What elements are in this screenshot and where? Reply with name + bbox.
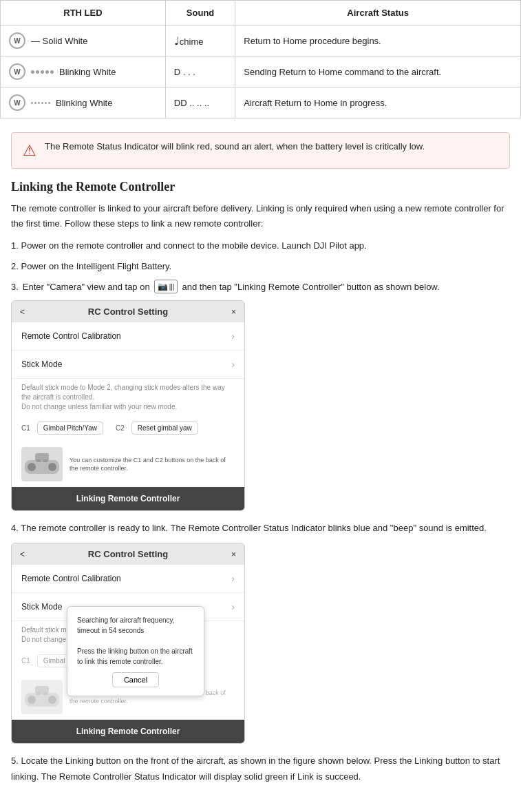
c1-label-1: C1 xyxy=(21,424,30,432)
svg-point-8 xyxy=(48,696,56,704)
led-label-blink2: Blinking White xyxy=(56,98,112,108)
status-cell-0: Return to Home procedure begins. xyxy=(235,25,521,56)
modal-cancel-button[interactable]: Cancel xyxy=(112,672,159,687)
phone-title-2: RC Control Setting xyxy=(25,549,231,559)
warning-icon: ⚠ xyxy=(23,142,36,160)
step-1: 1. Power on the remote controller and co… xyxy=(11,238,510,253)
blink-dots-1 xyxy=(31,70,54,74)
table-row: W Blinking White DD .. .. .. Aircraft Re… xyxy=(1,87,521,118)
table-header-sound: Sound xyxy=(165,1,235,25)
svg-rect-10 xyxy=(36,692,41,695)
warning-text: The Remote Status Indicator will blink r… xyxy=(45,141,425,152)
phone-screenshot-1: < RC Control Setting × Remote Control Ca… xyxy=(11,300,245,511)
phone-header-1: < RC Control Setting × xyxy=(12,301,244,322)
step-3-suffix: and then tap "Linking Remote Controller"… xyxy=(182,282,439,292)
phone-close-btn-1[interactable]: × xyxy=(231,307,236,317)
sound-cell-0: ♩chime xyxy=(165,25,235,56)
calibration-label: Remote Control Calibration xyxy=(21,331,121,341)
phone-screenshot-2: < RC Control Setting × Remote Control Ca… xyxy=(11,543,245,744)
phone-row-calibration-2[interactable]: Remote Control Calibration › xyxy=(12,565,244,593)
step-3: 3. Enter "Camera" view and tap on 📷 ||| … xyxy=(11,280,510,293)
svg-rect-4 xyxy=(36,459,41,462)
stick-mode-chevron-2: › xyxy=(231,601,235,612)
intro-text: The remote controller is linked to your … xyxy=(11,201,510,231)
phone-header-2: < RC Control Setting × xyxy=(12,543,244,565)
c1-label-2: C1 xyxy=(21,657,30,665)
stick-mode-chevron: › xyxy=(231,359,235,370)
c-buttons-row-1: C1 Gimbal Pitch/Yaw C2 Reset gimbal yaw xyxy=(12,417,244,441)
sound-cell-1: D . . . xyxy=(165,56,235,87)
step-5-number: 5. xyxy=(11,756,19,766)
calibration-label-2: Remote Control Calibration xyxy=(21,574,121,583)
led-label-solid: — Solid White xyxy=(31,36,87,46)
sound-cell-2: DD .. .. .. xyxy=(165,87,235,118)
blink-dots-2 xyxy=(31,102,50,104)
rc-image-2 xyxy=(21,680,63,714)
step-1-text: Power on the remote controller and conne… xyxy=(21,240,366,251)
calibration-chevron-2: › xyxy=(231,573,235,584)
phone-back-btn-2[interactable]: < xyxy=(20,550,25,559)
modal-line-2: timeout in 54 seconds xyxy=(77,627,144,634)
phone-close-btn-2[interactable]: × xyxy=(231,550,236,559)
led-cell-solid: W — Solid White xyxy=(1,25,166,56)
stick-mode-label-2: Stick Mode xyxy=(21,602,62,612)
calibration-chevron: › xyxy=(231,331,235,342)
phone-title-1: RC Control Setting xyxy=(25,306,231,317)
step-4: 4. The remote controller is ready to lin… xyxy=(11,521,510,536)
rc-svg-1 xyxy=(21,450,63,479)
phone-row-stick-mode[interactable]: Stick Mode › xyxy=(12,351,244,379)
page-footer: ©2015 DJI. All Rights Reserved. 48 xyxy=(0,808,521,812)
led-icon-solid: W xyxy=(9,32,25,49)
step-2: 2. Power on the Intelligent Flight Batte… xyxy=(11,259,510,274)
rc-image-area-1: You can customize the C1 and C2 buttons … xyxy=(12,441,244,487)
phone-row-calibration[interactable]: Remote Control Calibration › xyxy=(12,322,244,351)
step-3-number: 3. xyxy=(11,282,19,292)
stick-note-1: Default stick mode to Mode 2, changing s… xyxy=(21,384,225,401)
stick-mode-label: Stick Mode xyxy=(21,360,62,369)
linking-footer-btn-2[interactable]: Linking Remote Controller xyxy=(12,720,244,743)
led-cell-blink1: W Blinking White xyxy=(1,56,166,87)
step-3-prefix: Enter "Camera" view and tap on xyxy=(23,282,150,292)
linking-footer-btn-1[interactable]: Linking Remote Controller xyxy=(12,487,244,510)
led-icon-blink2: W xyxy=(9,94,25,111)
status-cell-2: Aircraft Return to Home in progress. xyxy=(235,87,521,118)
c1-button-1[interactable]: Gimbal Pitch/Yaw xyxy=(37,421,103,435)
step-4-text: The remote controller is ready to link. … xyxy=(21,523,487,533)
c2-button-1[interactable]: Reset gimbal yaw xyxy=(131,421,198,435)
main-content: ⚠ The Remote Status Indicator will blink… xyxy=(0,132,521,801)
customize-note-1: You can customize the C1 and C2 buttons … xyxy=(70,456,235,473)
modal-line-3: Press the linking button on the aircraft xyxy=(77,647,193,655)
status-cell-1: Sending Return to Home command to the ai… xyxy=(235,56,521,87)
modal-line-1: Searching for aircraft frequency, xyxy=(77,616,175,624)
step-2-text: Power on the Intelligent Flight Battery. xyxy=(21,261,171,271)
led-label-blink1: Blinking White xyxy=(59,67,116,77)
table-header-status: Aircraft Status xyxy=(235,1,521,25)
step-4-number: 4. xyxy=(11,523,19,533)
stick-note: Default stick mode to Mode 2, changing s… xyxy=(12,379,244,417)
rc-camera-icon: 📷 ||| xyxy=(154,280,178,293)
phone-back-btn-1[interactable]: < xyxy=(20,307,25,317)
rc-svg-2 xyxy=(21,683,63,711)
table-header-led: RTH LED xyxy=(1,1,166,25)
modal-line-4: to link this remote controller. xyxy=(77,658,163,665)
svg-rect-11 xyxy=(43,692,47,695)
led-icon-blink1: W xyxy=(9,63,25,80)
svg-point-1 xyxy=(28,463,36,471)
svg-rect-5 xyxy=(43,459,47,462)
svg-point-7 xyxy=(28,696,36,704)
modal-overlay: Searching for aircraft frequency, timeou… xyxy=(67,606,204,696)
c2-label-1: C2 xyxy=(116,424,125,432)
step-2-number: 2. xyxy=(11,261,19,271)
svg-point-2 xyxy=(48,463,56,471)
warning-box: ⚠ The Remote Status Indicator will blink… xyxy=(11,132,510,169)
stick-note-2: Do not change unless familiar with your … xyxy=(21,403,177,410)
rc-image-1 xyxy=(21,447,63,481)
music-note-icon: ♩ xyxy=(174,35,180,47)
section-title: Linking the Remote Controller xyxy=(11,180,510,194)
table-row: W — Solid White ♩chime Return to Home pr… xyxy=(1,25,521,56)
table-row: W Blinking White D . . . Sending Return … xyxy=(1,56,521,87)
step-5: 5. Locate the Linking button on the fron… xyxy=(11,753,510,784)
phone-body-2: Remote Control Calibration › Stick Mode … xyxy=(12,565,244,743)
step-5-text: Locate the Linking button on the front o… xyxy=(11,756,500,781)
step-1-number: 1. xyxy=(11,240,19,251)
